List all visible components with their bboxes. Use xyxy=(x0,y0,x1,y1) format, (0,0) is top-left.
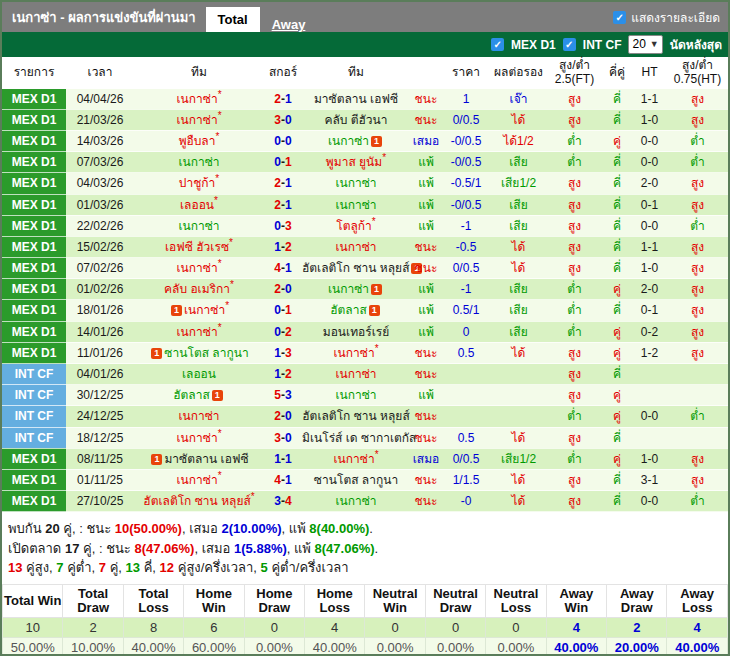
team-name[interactable]: เนกาซ่า xyxy=(328,134,369,148)
odd-even-cell: คี่ xyxy=(602,491,632,512)
team-name[interactable]: ฮัตเลติโก ซาน หลุยส์ xyxy=(143,494,250,508)
ht-score-cell: 0-0 xyxy=(632,215,667,236)
team-name[interactable]: เลออน xyxy=(182,367,216,381)
score-cell: 2-1 xyxy=(264,194,302,215)
league-badge: MEX D1 xyxy=(2,194,66,215)
team-name[interactable]: โตลูก้า xyxy=(336,219,372,233)
team-name[interactable]: มอนเทอร์เรย์ xyxy=(323,325,390,339)
over-under-ft-cell: สูง xyxy=(547,173,602,194)
league-badge: MEX D1 xyxy=(2,89,66,110)
team-name[interactable]: คลับ อเมริกา xyxy=(164,282,230,296)
ht-score-cell: 3-1 xyxy=(632,469,667,490)
team-name[interactable]: เนกาซ่า xyxy=(176,261,217,275)
team-name[interactable]: พูมาส ยูนัม xyxy=(326,155,382,169)
team-name[interactable]: เนกาซ่า xyxy=(184,303,225,317)
show-detail-checkbox[interactable]: ✓ xyxy=(613,11,626,24)
stats-col-header: Total Draw xyxy=(63,584,123,618)
team-name[interactable]: เนกาซ่า xyxy=(176,325,217,339)
team-name[interactable]: ปาชูก้า xyxy=(179,176,216,190)
favorite-star: * xyxy=(225,300,229,311)
match-row: MEX D104/04/26เนกาซ่า*2-1มาซัตลาน เอฟซีช… xyxy=(2,89,728,110)
odd-even-cell: คี่ xyxy=(602,109,632,130)
handicap-result-cell: เสีย1/2 xyxy=(490,173,547,194)
match-date: 15/02/26 xyxy=(66,236,134,257)
odd-even-cell: คู่ xyxy=(602,406,632,427)
match-count-select[interactable]: 20 ▼ xyxy=(628,35,662,54)
chevron-down-icon: ▼ xyxy=(650,36,659,53)
match-date: 01/03/26 xyxy=(66,194,134,215)
summary-segment: 20 xyxy=(45,521,59,536)
match-date: 01/02/26 xyxy=(66,279,134,300)
team-name[interactable]: มาซัตลาน เอฟซี xyxy=(314,92,398,106)
team-name[interactable]: ฮัตเลติโก ซาน หลุยส์ xyxy=(302,409,409,423)
int-cf-checkbox[interactable]: ✓ xyxy=(563,38,576,51)
match-count-suffix: นัดหลังสุด xyxy=(670,35,722,54)
away-team-cell: มอนเทอร์เรย์ xyxy=(302,321,410,342)
team-name[interactable]: เนกาซ่า xyxy=(176,431,217,445)
odd-even-cell: คี่ xyxy=(602,427,632,448)
odd-even-cell: คู่ xyxy=(602,130,632,151)
mex-d1-checkbox[interactable]: ✓ xyxy=(491,38,504,51)
away-score: 1 xyxy=(285,452,292,466)
score-cell: 3-4 xyxy=(264,491,302,512)
league-badge: MEX D1 xyxy=(2,152,66,173)
tab-total[interactable]: Total xyxy=(206,7,260,32)
team-name[interactable]: เอฟซี ฮัวเรซ xyxy=(165,240,229,254)
team-name[interactable]: คลับ ตีฮัวนา xyxy=(324,113,387,127)
team-name[interactable]: เนกาซ่า xyxy=(335,198,376,212)
team-name[interactable]: เนกาซ่า xyxy=(335,388,376,402)
team-name[interactable]: ฮัตเลติโก ซาน หลุยส์ xyxy=(302,261,409,275)
odds-cell: -0.5 xyxy=(442,236,490,257)
score-cell: 1-2 xyxy=(264,364,302,385)
match-date: 30/12/25 xyxy=(66,385,134,406)
favorite-star: * xyxy=(375,343,379,354)
team-name[interactable]: มาซัตลาน เอฟซี xyxy=(164,452,248,466)
team-name[interactable]: ซานโตส ลากูนา xyxy=(314,473,398,487)
home-team-cell: 1มาซัตลาน เอฟซี xyxy=(134,448,264,469)
team-name[interactable]: เนกาซ่า xyxy=(333,452,374,466)
summary-segment: 10(50.00%) xyxy=(115,521,182,536)
team-name[interactable]: เนกาซ่า xyxy=(178,409,219,423)
ht-score-cell: 1-2 xyxy=(632,342,667,363)
team-name[interactable]: เนกาซ่า xyxy=(335,367,376,381)
team-name[interactable]: เนกาซ่า xyxy=(335,240,376,254)
odds-cell: -0 xyxy=(442,491,490,512)
stats-values-row: 1028604000424 xyxy=(3,618,728,638)
home-team-cell: 1ซานโตส ลากูนา xyxy=(134,342,264,363)
home-team-cell: เนกาซ่า xyxy=(134,152,264,173)
team-name[interactable]: มิเนโร่ส์ เด ซากาเตกัส xyxy=(302,431,416,445)
summary-segment: 13 xyxy=(8,560,22,575)
team-name[interactable]: ซานโตส ลากูนา xyxy=(164,346,248,360)
team-name[interactable]: พูอืบลา xyxy=(179,134,216,148)
team-name[interactable]: เนกาซ่า xyxy=(178,155,219,169)
away-team-cell: เนกาซ่า1 xyxy=(302,279,410,300)
stats-col-header: Away Loss xyxy=(667,584,728,618)
team-name[interactable]: เนกาซ่า xyxy=(328,282,369,296)
odds-cell: -0.5/1 xyxy=(442,173,490,194)
score-cell: 2-1 xyxy=(264,89,302,110)
team-name[interactable]: เนกาซ่า xyxy=(333,346,374,360)
over-under-ft-cell: ต่ำ xyxy=(547,448,602,469)
team-name[interactable]: เนกาซ่า xyxy=(176,113,217,127)
match-row: MEX D127/10/25ฮัตเลติโก ซาน หลุยส์*3-4เน… xyxy=(2,491,728,512)
league-badge: MEX D1 xyxy=(2,300,66,321)
match-date: 18/01/26 xyxy=(66,300,134,321)
ht-score-cell xyxy=(632,427,667,448)
team-name[interactable]: ฮัตลาส xyxy=(173,388,210,402)
tab-away[interactable]: Away xyxy=(260,17,318,32)
team-name[interactable]: เนกาซ่า xyxy=(176,473,217,487)
favorite-star: * xyxy=(375,449,379,460)
summary-segment: คู่ต่ำ, xyxy=(64,560,99,575)
team-name[interactable]: เนกาซ่า xyxy=(335,494,376,508)
team-name[interactable]: เนกาซ่า xyxy=(176,92,217,106)
away-team-cell: เนกาซ่า xyxy=(302,236,410,257)
over-under-ht-cell: สูง xyxy=(667,279,728,300)
team-name[interactable]: ฮัตลาส xyxy=(330,303,367,317)
team-name[interactable]: เนกาซ่า xyxy=(178,219,219,233)
handicap-result-cell: เสีย xyxy=(490,194,547,215)
match-date: 18/12/25 xyxy=(66,427,134,448)
favorite-star: * xyxy=(218,89,222,100)
team-name[interactable]: เนกาซ่า xyxy=(335,176,376,190)
team-name[interactable]: เลออน xyxy=(180,198,214,212)
away-team-cell: เนกาซ่า* xyxy=(302,342,410,363)
